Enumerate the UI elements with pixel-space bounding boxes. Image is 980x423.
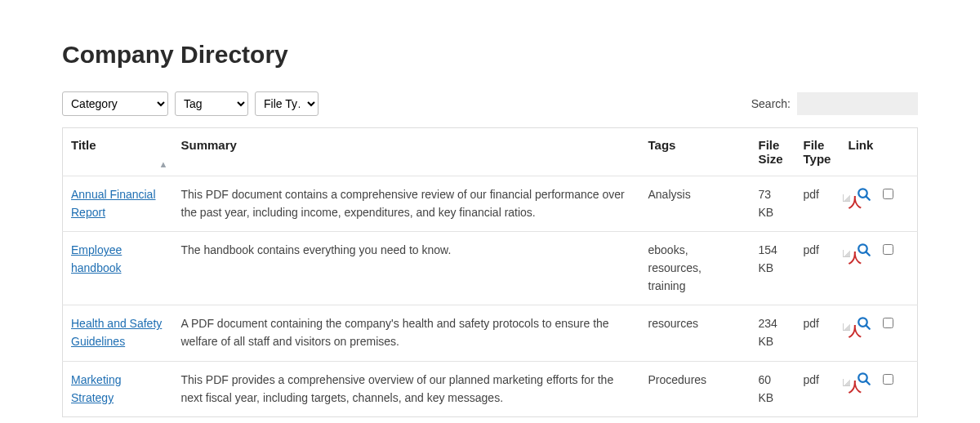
col-header-link-label: Link: [849, 138, 874, 152]
svg-line-3: [866, 252, 869, 256]
row-summary: This PDF document contains a comprehensi…: [173, 176, 640, 232]
col-header-filetype-label: File Type: [804, 138, 831, 166]
row-select-checkbox[interactable]: [883, 318, 893, 328]
search-label: Search:: [751, 97, 791, 110]
row-filesize: 154 KB: [751, 232, 795, 305]
col-header-filetype[interactable]: File Type: [795, 128, 840, 176]
row-title-link[interactable]: Marketing Strategy: [71, 373, 121, 404]
row-summary: The handbook contains everything you nee…: [173, 232, 640, 305]
col-header-summary[interactable]: Summary: [173, 128, 640, 176]
filter-bar: Category Tag File Ty…: [62, 91, 318, 116]
row-title-link[interactable]: Employee handbook: [71, 243, 122, 274]
tag-select[interactable]: Tag: [175, 91, 248, 116]
search-input[interactable]: [797, 92, 918, 115]
row-title-link[interactable]: Annual Financial Report: [71, 188, 156, 219]
row-title-link[interactable]: Health and Safety Guidelines: [71, 317, 162, 348]
directory-table: Title ▲ Summary Tags File Size File Type…: [62, 127, 918, 417]
svg-line-7: [866, 381, 869, 385]
row-filetype: pdf: [795, 361, 840, 416]
page-title: Company Directory: [62, 41, 918, 69]
row-tags: Procedures: [640, 361, 751, 416]
row-filetype: pdf: [795, 305, 840, 361]
col-header-tags[interactable]: Tags: [640, 128, 751, 176]
col-header-summary-label: Summary: [181, 138, 237, 152]
row-filesize: 60 KB: [751, 361, 795, 416]
row-select-checkbox[interactable]: [883, 374, 893, 385]
row-tags: Analysis: [640, 176, 751, 232]
row-filetype: pdf: [795, 232, 840, 305]
row-filetype: pdf: [795, 176, 840, 232]
table-row: Marketing Strategy This PDF provides a c…: [63, 361, 918, 416]
row-summary: This PDF provides a comprehensive overvi…: [173, 361, 640, 416]
row-summary: A PDF document containing the company's …: [173, 305, 640, 361]
row-select-checkbox[interactable]: [883, 244, 893, 255]
row-filesize: 73 KB: [751, 176, 795, 232]
svg-line-5: [866, 326, 869, 329]
col-header-filesize[interactable]: File Size: [751, 128, 795, 176]
sort-indicator-icon: ▲: [159, 159, 168, 169]
category-select[interactable]: Category: [62, 91, 168, 116]
col-header-title[interactable]: Title ▲: [63, 128, 173, 176]
row-tags: ebooks, resources, training: [640, 232, 751, 305]
filetype-select[interactable]: File Ty…: [255, 91, 318, 116]
col-header-link[interactable]: Link: [840, 128, 918, 176]
table-row: Employee handbook The handbook contains …: [63, 232, 918, 305]
col-header-tags-label: Tags: [648, 138, 676, 152]
table-row: Annual Financial Report This PDF documen…: [63, 176, 918, 232]
table-row: Health and Safety Guidelines A PDF docum…: [63, 305, 918, 361]
col-header-title-label: Title: [71, 138, 96, 152]
col-header-filesize-label: File Size: [759, 138, 783, 166]
row-select-checkbox[interactable]: [883, 189, 893, 199]
row-tags: resources: [640, 305, 751, 361]
row-filesize: 234 KB: [751, 305, 795, 361]
svg-line-1: [866, 196, 869, 199]
